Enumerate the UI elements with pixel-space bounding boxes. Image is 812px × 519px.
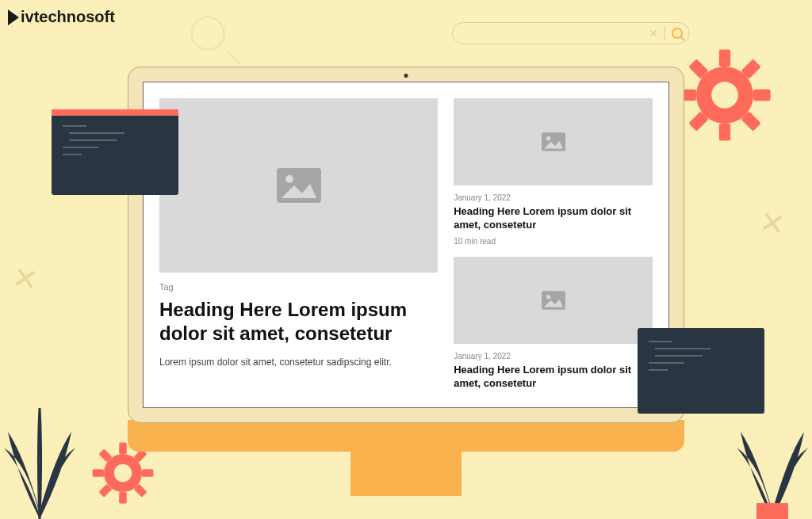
screen: Tag Heading Here Lorem ipsum dolor sit a… [143, 82, 669, 408]
article-heading[interactable]: Heading Here Lorem ipsum dolor sit amet,… [454, 205, 653, 232]
svg-rect-2 [719, 124, 730, 141]
brand-name: ivtechnosoft [21, 8, 115, 26]
svg-rect-4 [753, 90, 771, 101]
gear-icon [677, 48, 772, 143]
x-decoration-icon: ✕ [756, 204, 787, 243]
search-bar[interactable]: ✕ [452, 22, 690, 44]
clear-search-icon[interactable]: ✕ [649, 27, 658, 40]
image-placeholder [159, 98, 438, 273]
svg-rect-11 [119, 443, 127, 454]
plant-decoration-icon [0, 361, 79, 519]
svg-rect-13 [93, 469, 104, 477]
svg-rect-12 [119, 492, 127, 503]
main-article: Tag Heading Here Lorem ipsum dolor sit a… [159, 98, 438, 391]
svg-point-22 [285, 175, 293, 183]
side-article: January 1, 2022 Heading Here Lorem ipsum… [454, 98, 653, 246]
article-date: January 1, 2022 [454, 193, 653, 202]
camera-icon [404, 74, 408, 78]
logo-mark-icon [8, 10, 19, 25]
svg-point-24 [546, 136, 550, 140]
magnifier-decoration-icon [190, 16, 238, 63]
code-card-icon [52, 109, 178, 195]
image-placeholder [454, 257, 653, 344]
code-lines-icon [58, 125, 172, 155]
card-accent-bar [52, 109, 178, 116]
image-icon [542, 291, 565, 310]
monitor-frame: Tag Heading Here Lorem ipsum dolor sit a… [128, 67, 684, 423]
article-heading[interactable]: Heading Here Lorem ipsum dolor sit amet,… [454, 364, 653, 391]
side-article: January 1, 2022 Heading Here Lorem ipsum… [454, 257, 653, 391]
divider [665, 26, 665, 40]
monitor-chin [128, 420, 684, 452]
image-icon [277, 168, 321, 203]
search-icon[interactable] [672, 28, 683, 39]
article-date: January 1, 2022 [454, 352, 653, 361]
monitor-illustration: Tag Heading Here Lorem ipsum dolor sit a… [128, 67, 684, 483]
x-decoration-icon: ✕ [10, 260, 40, 299]
svg-point-26 [546, 295, 550, 299]
svg-point-9 [711, 82, 738, 109]
code-card-icon [638, 328, 764, 414]
article-description: Lorem ipsum dolor sit amet, consetetur s… [159, 357, 438, 368]
brand-logo: ivtechnosoft [8, 8, 115, 26]
article-read-time: 10 min read [454, 237, 653, 246]
article-heading[interactable]: Heading Here Lorem ipsum dolor sit amet,… [159, 298, 438, 345]
svg-rect-1 [719, 49, 730, 67]
image-placeholder [454, 98, 653, 185]
code-lines-icon [644, 341, 758, 371]
article-tag: Tag [159, 282, 438, 292]
svg-rect-20 [756, 503, 788, 519]
image-icon [542, 132, 565, 151]
side-articles: January 1, 2022 Heading Here Lorem ipsum… [454, 98, 653, 391]
monitor-stand [350, 452, 462, 496]
